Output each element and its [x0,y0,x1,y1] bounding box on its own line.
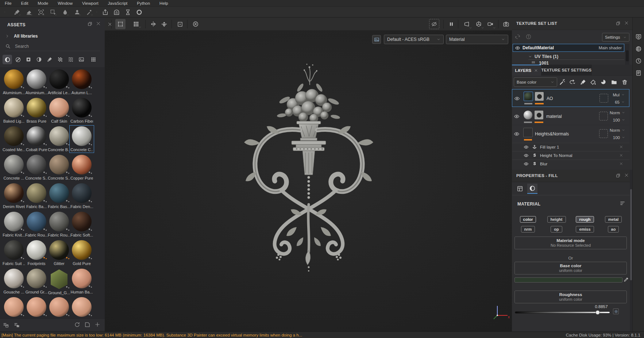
export-icon[interactable] [101,8,109,16]
single-tile-icon[interactable] [525,34,532,40]
material-item-footprints[interactable]: Footprints [25,240,48,266]
close-icon[interactable] [96,21,101,26]
delete-layer-icon[interactable] [621,79,628,85]
material-item-glitter[interactable]: Glitter [48,240,70,266]
material-item[interactable] [25,297,48,318]
material-item-fabric-den[interactable]: Fabric Den... [70,183,93,209]
channel-rough-button[interactable]: rough [576,216,594,223]
effect-row-height-to-normal[interactable]: Height To Normal [512,151,629,160]
saved-assets-list-icon[interactable] [3,322,9,328]
popout-icon[interactable] [616,21,621,26]
remove-effect-icon[interactable] [620,154,623,157]
view-mode-dropdown[interactable]: Material [446,35,508,44]
display-settings-icon[interactable] [635,34,642,40]
reset-circle-icon[interactable] [190,19,201,29]
display-settings-icon[interactable] [372,35,381,44]
material-item-denim-rivet[interactable]: Denim Rivet [3,183,25,209]
material-item-autumn-l[interactable]: Autumn L... [70,69,93,95]
base-color-box[interactable]: Base color uniform color [514,262,627,274]
material-item-fabric-knit[interactable]: Fabric Knit... [3,212,25,237]
material-item-fabric-suit[interactable]: Fabric Suit ... [3,240,25,266]
filter-environments-icon[interactable] [77,55,86,64]
viewport-3d[interactable]: Default - ACES sRGB Material [105,31,512,331]
color-profile-dropdown[interactable]: Default - ACES sRGB [384,35,444,44]
layer-opacity[interactable]: 65 [615,100,620,104]
blend-mode[interactable]: Norm [610,128,620,132]
filter-smart-masks-icon[interactable] [34,55,44,64]
layer-row-heights-normals[interactable]: Heights&NormalsNorm100 [512,126,629,142]
close-icon[interactable] [624,21,629,25]
material-item[interactable] [48,297,70,318]
tab-properties-icon[interactable] [515,184,525,194]
shader-settings-icon[interactable] [635,46,642,52]
menu-edit[interactable]: Edit [16,0,33,7]
layer-row-material[interactable]: materialNorm100 [512,108,629,124]
uv-tile-row[interactable]: 1001 [531,61,624,65]
mask-slot[interactable] [599,129,608,138]
filter-alphas-icon[interactable] [55,55,65,64]
channel-emiss-button[interactable]: emiss [576,226,594,233]
view-grid-icon[interactable] [89,55,98,64]
settings-dropdown[interactable]: Settings [602,33,629,42]
material-item-cobalt-pure[interactable]: Cobalt Pure [25,126,48,152]
material-item-gold-pure[interactable]: Gold Pure [70,240,93,266]
filter-smart-materials-icon[interactable] [13,55,23,64]
channel-nrm-button[interactable]: nrm [521,226,535,233]
channel-height-button[interactable]: height [547,216,566,223]
add-folder-icon[interactable] [611,79,617,85]
slider-knob[interactable] [595,310,600,315]
tab-material-icon[interactable] [527,184,537,194]
menu-file[interactable]: File [0,0,16,7]
material-item-coated-me[interactable]: Coated Me... [3,126,25,152]
bake-icon[interactable] [112,8,121,16]
material-item-ground-gr[interactable]: Ground Gr... [25,269,48,294]
blend-mode[interactable]: Norm [610,111,620,115]
material-item[interactable] [3,297,25,318]
menu-viewport[interactable]: Viewport [77,0,103,7]
section-menu-icon[interactable] [620,200,625,206]
material-item[interactable] [70,297,93,318]
hourglass-icon[interactable] [123,8,132,16]
close-tab-icon[interactable] [534,69,538,72]
mask-slot[interactable] [599,112,608,120]
filter-materials-icon[interactable] [3,55,12,64]
eye-icon[interactable] [515,45,520,51]
roughness-box[interactable]: Roughness uniform color [514,291,627,303]
menu-javascript[interactable]: JavaScript [103,0,132,7]
popout-icon[interactable] [616,173,621,178]
scrollbar[interactable] [625,44,629,65]
channel-filter-dropdown[interactable]: Base color [514,77,557,87]
eye-icon[interactable] [524,153,529,158]
material-item-fabric-bas[interactable]: Fabric Bas... [48,183,70,209]
material-item-concrete[interactable]: Concrete ... [3,155,25,180]
photo-camera-icon[interactable] [501,19,511,29]
material-item-copper-pure[interactable]: Copper Pure [70,155,93,180]
eye-icon[interactable] [514,96,520,101]
history-icon[interactable] [635,58,642,64]
uv-tiles-row[interactable]: UV Tiles (1) [528,53,624,60]
material-item-concrete-s[interactable]: Concrete S... [25,155,48,180]
menu-python[interactable]: Python [132,0,155,7]
layer-opacity[interactable]: 100 [613,118,620,122]
base-color-swatch[interactable] [514,277,622,283]
search-input[interactable]: Search [5,43,100,51]
material-mode-box[interactable]: Material mode No Resource Selected [514,237,627,249]
material-item-baked-lig[interactable]: Baked Lig... [3,98,25,123]
magic-wand-icon[interactable] [559,79,565,85]
paint-layer-icon[interactable] [580,79,586,85]
roughness-slider[interactable] [515,310,610,315]
shader-label[interactable]: Main shader [599,46,622,50]
fill-layer-icon[interactable] [569,79,576,85]
project-assets-list-icon[interactable] [14,322,20,328]
remove-effect-icon[interactable] [620,145,623,149]
layer-opacity[interactable]: 100 [613,135,620,140]
material-item-aluminium[interactable]: Aluminium... [25,69,48,95]
refresh-icon[interactable] [74,322,80,328]
effect-row-blur[interactable]: Blur [512,160,629,168]
filter-brushes-icon[interactable] [45,55,54,64]
material-item-ground-g[interactable]: Ground_G... [48,269,70,295]
toolbar-drag-handle[interactable] [4,8,6,16]
import-resources-icon[interactable] [95,322,100,327]
material-item-carbon-fiber[interactable]: Carbon Fiber [70,98,93,123]
center-pivot-icon[interactable] [175,19,185,29]
